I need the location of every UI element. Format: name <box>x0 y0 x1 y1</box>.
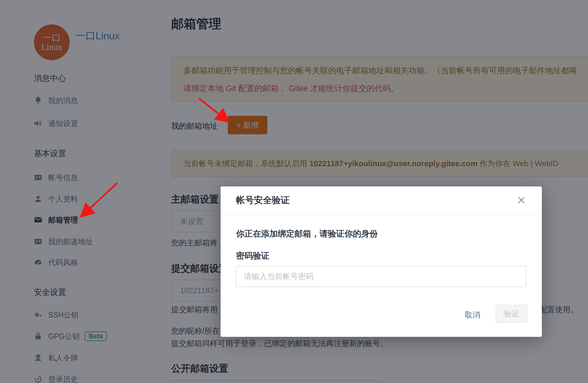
close-icon[interactable] <box>515 194 527 206</box>
divider <box>221 214 542 214</box>
verify-button[interactable]: 验证 <box>496 305 527 323</box>
password-label: 密码验证 <box>236 250 269 261</box>
cancel-button[interactable]: 取消 <box>459 308 486 322</box>
modal-lead-text: 你正在添加绑定邮箱，请验证你的身份 <box>236 228 378 239</box>
password-input[interactable] <box>235 266 526 287</box>
security-verify-modal: 帐号安全验证 你正在添加绑定邮箱，请验证你的身份 密码验证 取消 验证 <box>221 186 542 337</box>
modal-title: 帐号安全验证 <box>236 194 290 206</box>
